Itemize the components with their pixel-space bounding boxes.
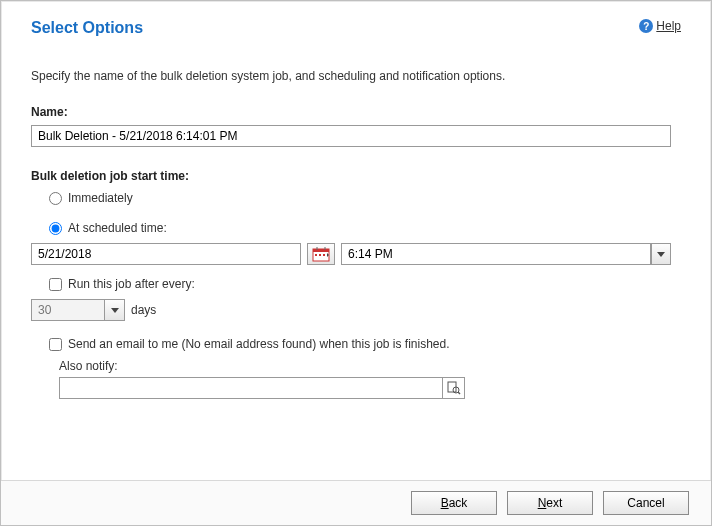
time-input[interactable] — [341, 243, 651, 265]
email-label: Send an email to me (No email address fo… — [68, 337, 450, 351]
also-notify-label: Also notify: — [59, 359, 671, 373]
next-button[interactable]: Next — [507, 491, 593, 515]
recurrence-dropdown-button — [104, 300, 124, 320]
email-checkbox[interactable] — [49, 338, 62, 351]
back-button[interactable]: Back — [411, 491, 497, 515]
recurrence-unit-label: days — [131, 303, 156, 317]
svg-rect-5 — [319, 254, 321, 256]
notify-input[interactable] — [59, 377, 443, 399]
help-link[interactable]: ? Help — [639, 19, 681, 33]
dialog-title: Select Options — [31, 19, 143, 37]
immediately-radio[interactable] — [49, 192, 62, 205]
dialog-content: Specify the name of the bulk deletion sy… — [1, 45, 711, 480]
lookup-icon — [447, 381, 461, 395]
svg-rect-6 — [323, 254, 325, 256]
time-dropdown-button[interactable] — [651, 243, 671, 265]
svg-rect-1 — [313, 249, 329, 252]
date-picker-button[interactable] — [307, 243, 335, 265]
start-time-label: Bulk deletion job start time: — [31, 169, 671, 183]
notify-lookup-button[interactable] — [443, 377, 465, 399]
svg-line-9 — [458, 392, 460, 394]
recurrence-value-select[interactable]: 30 — [31, 299, 125, 321]
name-label: Name: — [31, 105, 671, 119]
date-input[interactable] — [31, 243, 301, 265]
recurrence-checkbox[interactable] — [49, 278, 62, 291]
svg-rect-4 — [315, 254, 317, 256]
help-label: Help — [656, 19, 681, 33]
help-icon: ? — [639, 19, 653, 33]
dialog-header: Select Options ? Help — [1, 1, 711, 45]
recurrence-value: 30 — [38, 303, 51, 317]
select-options-dialog: Select Options ? Help Specify the name o… — [0, 0, 712, 526]
dialog-subtitle: Specify the name of the bulk deletion sy… — [31, 69, 671, 83]
scheduled-label: At scheduled time: — [68, 221, 167, 235]
chevron-down-icon — [111, 308, 119, 313]
cancel-button[interactable]: Cancel — [603, 491, 689, 515]
scheduled-radio[interactable] — [49, 222, 62, 235]
calendar-icon — [312, 246, 330, 262]
immediately-label: Immediately — [68, 191, 133, 205]
name-input[interactable] — [31, 125, 671, 147]
dialog-footer: Back Next Cancel — [1, 480, 711, 525]
chevron-down-icon — [657, 252, 665, 257]
recurrence-label: Run this job after every: — [68, 277, 195, 291]
